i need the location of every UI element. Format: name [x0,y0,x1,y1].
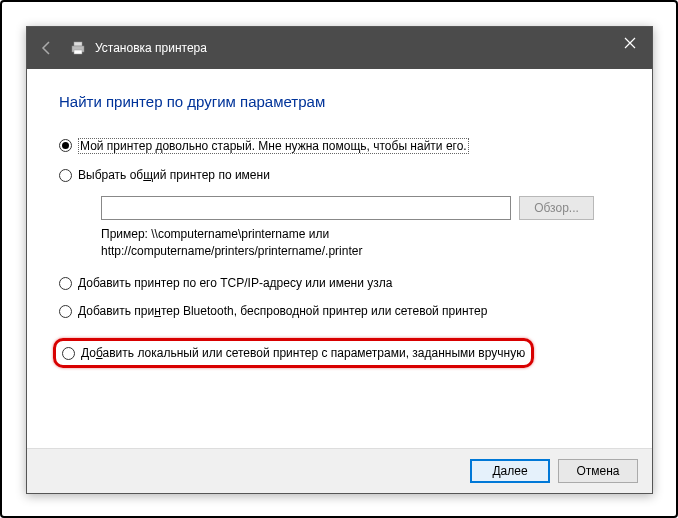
option-tcpip[interactable]: Добавить принтер по его TCP/IP-адресу ил… [59,276,620,290]
back-button[interactable] [35,36,59,60]
option-manual-highlighted[interactable]: Добавить локальный или сетевой принтер с… [53,338,534,368]
option-old-printer-label: Мой принтер довольно старый. Мне нужна п… [78,138,469,154]
example-line1: Пример: \\computername\printername или [101,226,620,243]
printer-icon [69,40,87,56]
dialog-footer: Далее Отмена [27,448,652,493]
option-shared-by-name[interactable]: Выбрать общий принтер по имени [59,168,620,182]
radio-icon [62,347,75,360]
close-icon [624,37,636,49]
cancel-button[interactable]: Отмена [558,459,638,483]
svg-rect-0 [74,42,82,46]
printer-name-input[interactable] [101,196,511,220]
radio-icon [59,139,72,152]
option-manual-label: Добавить локальный или сетевой принтер с… [81,346,525,360]
radio-icon [59,305,72,318]
example-line2: http://computername/printers/printername… [101,243,620,260]
dialog-window: Установка принтера Найти принтер по друг… [26,26,653,494]
browse-button[interactable]: Обзор... [519,196,594,220]
shared-name-group: Обзор... Пример: \\computername\printern… [101,196,620,260]
option-old-printer[interactable]: Мой принтер довольно старый. Мне нужна п… [59,138,620,154]
page-heading: Найти принтер по другим параметрам [59,93,620,110]
radio-icon [59,169,72,182]
option-tcpip-label: Добавить принтер по его TCP/IP-адресу ил… [78,276,392,290]
next-button[interactable]: Далее [470,459,550,483]
window-title: Установка принтера [95,41,207,55]
screenshot-frame: Установка принтера Найти принтер по друг… [0,0,678,518]
option-shared-label: Выбрать общий принтер по имени [78,168,270,182]
svg-rect-2 [74,50,82,54]
radio-icon [59,277,72,290]
option-bluetooth[interactable]: Добавить принтер Bluetooth, беспроводной… [59,304,620,318]
back-arrow-icon [39,40,55,56]
titlebar: Установка принтера [27,27,652,69]
option-bluetooth-label: Добавить принтер Bluetooth, беспроводной… [78,304,487,318]
example-text: Пример: \\computername\printername или h… [101,226,620,260]
close-button[interactable] [608,27,652,59]
content-area: Найти принтер по другим параметрам Мой п… [27,69,652,448]
